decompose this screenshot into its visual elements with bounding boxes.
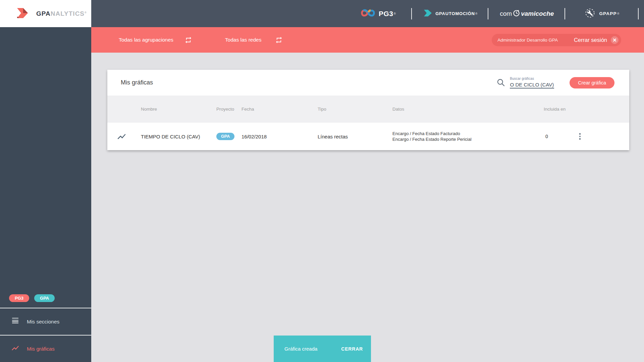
card-header: Mis gráficas Buscar gráficas PO DE CICLO… <box>107 70 629 96</box>
pg3-app-link[interactable]: PG3® <box>361 8 396 19</box>
sidebar-spacer <box>0 27 91 294</box>
toast-snackbar: Gráfica creada CERRAR <box>274 336 371 362</box>
sidebar: PG3 GPA Mis secciones Mis gráficas <box>0 27 91 362</box>
clock-icon <box>512 9 521 18</box>
row-chart-type-icon <box>107 132 141 141</box>
row-datos-line: Encargo / Fecha Estado Reporte Pericial <box>392 136 544 142</box>
pg3-badge[interactable]: PG3 <box>9 294 29 302</box>
top-header: PG3® GPAUTOMOCIÓN® com <box>0 0 644 27</box>
brand-gpa: GPA <box>36 10 51 17</box>
search-input[interactable]: PO DE CICLO (CAV) <box>510 81 554 88</box>
current-user-label: Administrador Desarrollo GPA <box>497 38 558 43</box>
header-separator <box>565 8 565 19</box>
brand-nalytics: NALYTICS <box>51 10 85 17</box>
comprovamicoche-app-link[interactable]: com vamicoche <box>500 9 554 18</box>
table-row[interactable]: TIEMPO DE CICLO (CAV) GPA 16/02/2018 Lín… <box>107 123 629 150</box>
gpautomocion-arrow-icon <box>424 9 432 18</box>
comprovamicoche-suffix: vamicoche <box>521 10 554 17</box>
sidebar-item-mis-graficas[interactable]: Mis gráficas <box>0 336 91 362</box>
row-proyecto: GPA <box>216 133 241 140</box>
project-badge: GPA <box>216 133 234 140</box>
sidebar-item-label: Mis secciones <box>27 319 59 325</box>
search-icon[interactable] <box>496 78 505 87</box>
pg3-reg: ® <box>394 12 396 15</box>
brand-name: GPANALYTICS® <box>36 10 87 17</box>
sections-list-icon <box>11 317 19 326</box>
gpapp-reg: ® <box>617 12 620 15</box>
row-menu-kebab-icon[interactable] <box>576 132 584 141</box>
header-separator <box>411 8 412 19</box>
row-incluida-en: 0 <box>544 134 574 139</box>
brand-logo: GPANALYTICS® <box>0 0 91 27</box>
comprovamicoche-prefix: com <box>500 10 512 17</box>
create-graph-button[interactable]: Crear gráfica <box>570 77 614 88</box>
col-header-fecha: Fecha <box>241 107 318 112</box>
search-input-value: PO DE CICLO (CAV) <box>510 82 554 87</box>
row-datos: Encargo / Fecha Estado Facturado Encargo… <box>392 131 544 142</box>
row-actions <box>574 132 629 141</box>
row-nombre: TIEMPO DE CICLO (CAV) <box>141 134 216 139</box>
pg3-infinity-icon <box>361 8 375 19</box>
chart-line-icon <box>11 344 19 354</box>
app-screen: PG3® GPAUTOMOCIÓN® com <box>0 0 644 362</box>
table-header-row: Nombre Proyecto Fecha Tipo Datos Incluid… <box>107 96 629 123</box>
groupings-selector[interactable]: Todas las agrupaciones <box>119 37 173 43</box>
row-tipo: Líneas rectas <box>318 134 392 139</box>
app-switcher: PG3® GPAUTOMOCIÓN® com <box>361 0 644 27</box>
brand-reg: ® <box>85 11 87 14</box>
page-title: Mis gráficas <box>121 79 153 86</box>
sidebar-badges: PG3 GPA <box>0 294 91 308</box>
col-header-incluida-en: Incluida en <box>544 107 574 112</box>
swap-networks-icon[interactable] <box>275 36 283 44</box>
sidebar-item-mis-secciones[interactable]: Mis secciones <box>0 308 91 335</box>
gpapp-app-link[interactable]: GPAPP® <box>585 8 619 20</box>
gpautomocion-app-link[interactable]: GPAUTOMOCIÓN® <box>424 9 477 18</box>
gpanalytics-arrow-icon <box>16 6 33 21</box>
col-header-datos: Datos <box>392 107 544 112</box>
session-pill: Administrador Desarrollo GPA Cerrar sesi… <box>492 34 621 46</box>
filter-bar: Todas las agrupaciones Todas las redes A… <box>91 27 644 53</box>
header-separator <box>488 8 488 19</box>
logout-button[interactable]: Cerrar sesión <box>574 37 607 43</box>
col-header-tipo: Tipo <box>318 107 392 112</box>
wrench-icon <box>585 8 595 20</box>
graphs-card: Mis gráficas Buscar gráficas PO DE CICLO… <box>107 70 629 150</box>
networks-selector[interactable]: Todas las redes <box>225 37 262 43</box>
gpautomocion-reg: ® <box>475 12 478 15</box>
search-label: Buscar gráficas <box>510 77 554 80</box>
toast-message: Gráfica creada <box>284 346 317 352</box>
sidebar-item-label: Mis gráficas <box>27 346 55 352</box>
pg3-label: PG3 <box>379 10 393 18</box>
row-fecha: 16/02/2018 <box>241 134 318 139</box>
row-datos-line: Encargo / Fecha Estado Facturado <box>392 131 544 136</box>
col-header-proyecto: Proyecto <box>216 107 241 112</box>
header-separator <box>638 8 639 19</box>
gpa-badge[interactable]: GPA <box>34 294 55 302</box>
col-header-nombre: Nombre <box>141 107 216 112</box>
gpautomocion-label: GPAUTOMOCIÓN <box>435 11 475 16</box>
logout-cancel-icon[interactable] <box>610 36 619 44</box>
search-field: Buscar gráficas PO DE CICLO (CAV) <box>510 77 554 88</box>
toast-close-button[interactable]: CERRAR <box>337 344 367 354</box>
swap-groupings-icon[interactable] <box>184 36 192 44</box>
gpapp-label: GPAPP <box>599 11 616 16</box>
